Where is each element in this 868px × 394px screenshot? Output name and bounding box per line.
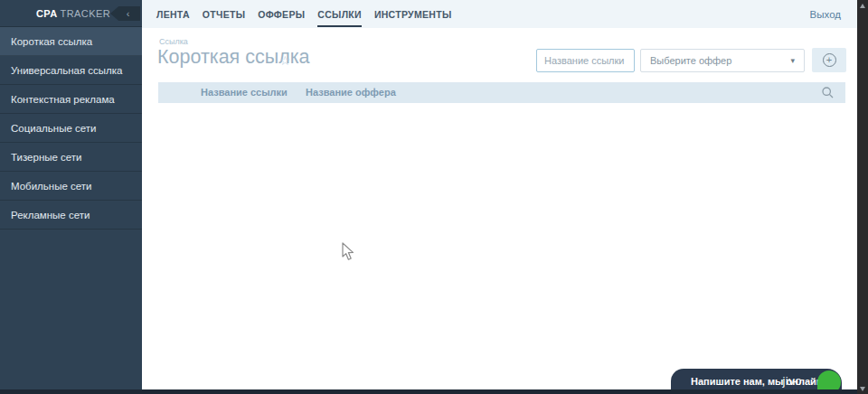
column-header-link-name[interactable]: Название ссылки (201, 87, 288, 98)
chat-message: Напишите нам, мы онлайн! (691, 376, 826, 387)
sidebar-item-short-link[interactable]: Короткая ссылка (0, 27, 142, 56)
scroll-up-arrow-icon[interactable] (860, 4, 865, 8)
sidebar-item-label: Социальные сети (11, 123, 96, 134)
search-icon[interactable] (821, 86, 835, 99)
logo-secondary: TRACKER (61, 8, 110, 19)
sidebar-item-mobile-networks[interactable]: Мобильные сети (0, 172, 142, 201)
offer-select-value: Выберите оффер (650, 55, 731, 66)
chevron-left-icon: ‹ (127, 7, 130, 20)
sidebar-collapse-button[interactable]: ‹ (110, 6, 140, 21)
vertical-scrollbar[interactable] (857, 0, 868, 394)
favorite-star-icon[interactable]: ☆ (279, 53, 291, 68)
chevron-down-icon: ▾ (790, 56, 795, 65)
plus-circle-icon: + (823, 53, 836, 67)
main-content: Ссылка Короткая ссылка ☆ Выберите оффер … (142, 28, 857, 389)
sidebar-item-ad-networks[interactable]: Рекламные сети (0, 201, 142, 230)
table-header-row: Название ссылки Название оффера (158, 82, 845, 103)
tab-offers[interactable]: ОФФЕРЫ (258, 0, 305, 28)
tab-tools[interactable]: ИНСТРУМЕНТЫ (374, 0, 452, 28)
sidebar-item-social-networks[interactable]: Социальные сети (0, 114, 142, 143)
logo-primary: CPA (36, 8, 58, 19)
sidebar-item-teaser-networks[interactable]: Тизерные сети (0, 143, 142, 172)
jivo-logo: jivo (782, 374, 802, 388)
tab-reports[interactable]: ОТЧЕТЫ (203, 0, 245, 28)
sidebar: CPATRACKER ‹ Короткая ссылка Универсальн… (0, 0, 142, 389)
sidebar-item-label: Мобильные сети (11, 181, 91, 192)
tab-links[interactable]: ССЫЛКИ (317, 0, 362, 28)
sidebar-header: CPATRACKER ‹ (0, 0, 142, 27)
scroll-down-arrow-icon[interactable] (860, 387, 865, 391)
app-logo: CPATRACKER (36, 8, 110, 19)
logout-link[interactable]: Выход (810, 0, 841, 28)
offer-select[interactable]: Выберите оффер ▾ (640, 49, 805, 72)
app-window: CPATRACKER ‹ Короткая ссылка Универсальн… (0, 0, 868, 394)
sidebar-item-label: Короткая ссылка (11, 36, 92, 47)
sidebar-item-label: Контекстная реклама (11, 94, 115, 105)
sidebar-item-label: Рекламные сети (11, 210, 90, 220)
sidebar-item-label: Тизерные сети (11, 152, 82, 163)
sidebar-item-label: Универсальная ссылка (11, 65, 123, 76)
link-name-input[interactable] (536, 49, 635, 72)
sidebar-item-contextual-ads[interactable]: Контекстная реклама (0, 85, 142, 114)
sidebar-item-universal-link[interactable]: Универсальная ссылка (0, 56, 142, 85)
column-header-offer-name[interactable]: Название оффера (306, 87, 396, 98)
add-link-button[interactable]: + (812, 48, 846, 72)
breadcrumb: Ссылка (159, 37, 188, 46)
window-bottom-edge (0, 389, 857, 394)
tab-feed[interactable]: ЛЕНТА (156, 0, 190, 28)
top-navigation: ЛЕНТА ОТЧЕТЫ ОФФЕРЫ ССЫЛКИ ИНСТРУМЕНТЫ В… (142, 0, 857, 28)
